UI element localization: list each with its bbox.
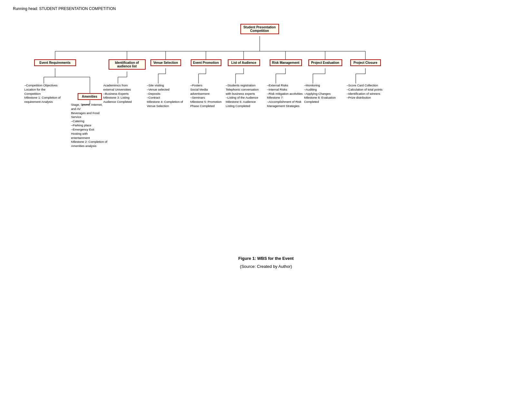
box-amenities: Amenities <box>78 93 102 100</box>
running-head: Running head: STUDENT PRESENTATION COMPE… <box>13 6 519 11</box>
wbs-container: Student Presentation Competition Event R… <box>13 21 519 246</box>
box-venue-selection: Venue Selection <box>150 59 181 66</box>
leaf-vs: –Site visiting –Venue selected –Deposits… <box>147 83 189 108</box>
box-risk-management: Risk Management <box>270 59 302 66</box>
box-identification-audience: Identification of audience list <box>109 59 146 70</box>
leaf-er: –Competition Objectives Location for the… <box>24 83 74 104</box>
figure-caption: Figure 1: WBS for the Event (Source: Cre… <box>13 256 519 269</box>
leaf-rm: –External Risks –Internal Risks –Risk mi… <box>267 83 309 108</box>
box-project-evaluation: Project Evaluation <box>308 59 342 66</box>
wbs-diagram: Student Presentation Competition Event R… <box>15 21 517 246</box>
leaf-pc: –Score Card Collection –Calculation of t… <box>347 83 398 100</box>
leaf-ep: –Posters Social Media advertisement –Sem… <box>190 83 229 108</box>
root-box: Student Presentation Competition <box>240 24 279 34</box>
box-event-promotion: Event Promotion <box>191 59 221 66</box>
box-event-requirements: Event Requirements <box>34 59 76 66</box>
leaf-ia: Academimcs from external Universities –B… <box>103 83 145 104</box>
leaf-pe: –Monitoring –Auditing –Applying Changes … <box>304 83 346 104</box>
box-list-audience: List of Audience <box>228 59 260 66</box>
leaf-amenities: Stage, Sound, Internet, and AV Beverages… <box>71 103 124 148</box>
box-project-closure: Project Closure <box>350 59 381 66</box>
leaf-la: –Students registration Telephonic conver… <box>226 83 268 108</box>
